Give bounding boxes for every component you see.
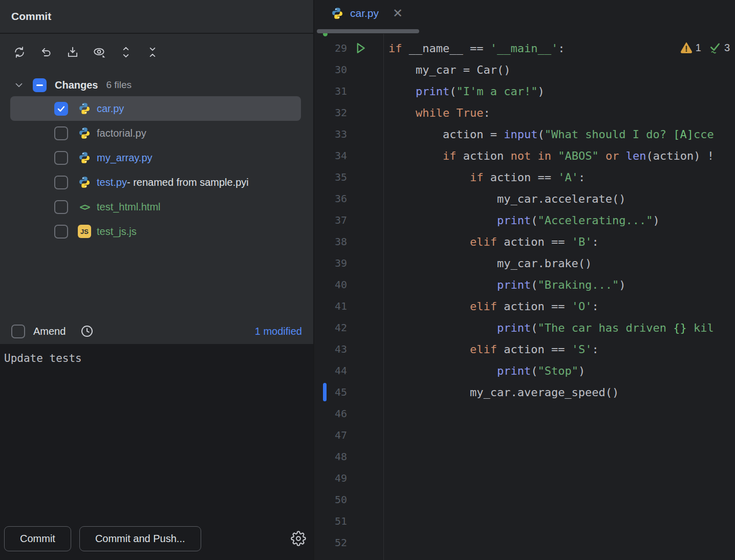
chevron-down-icon[interactable] bbox=[13, 79, 25, 91]
panel-title: Commit bbox=[11, 10, 51, 23]
amend-checkbox[interactable] bbox=[11, 325, 25, 338]
gutter[interactable]: 33 bbox=[314, 123, 386, 145]
code-line-47[interactable]: 47 bbox=[314, 424, 735, 446]
gutter[interactable]: 51 bbox=[314, 510, 386, 532]
file-name: car.py bbox=[97, 103, 124, 115]
code-line-46[interactable]: 46 bbox=[314, 403, 735, 424]
gutter[interactable]: 40 bbox=[314, 274, 386, 295]
file-row-car.py[interactable]: car.py bbox=[10, 96, 301, 121]
gutter[interactable]: 41 bbox=[314, 295, 386, 317]
gutter[interactable]: 44 bbox=[314, 360, 386, 381]
changes-group-row[interactable]: Changes 6 files bbox=[0, 74, 313, 96]
code-line-44[interactable]: 44 print("Stop") bbox=[314, 360, 735, 381]
passed-count: 3 bbox=[724, 42, 730, 54]
modified-files-link[interactable]: 1 modified bbox=[255, 326, 302, 337]
file-checkbox[interactable] bbox=[54, 200, 68, 214]
gutter[interactable]: 30 bbox=[314, 59, 386, 80]
code-line-51[interactable]: 51 bbox=[314, 510, 735, 532]
code-line-30[interactable]: 30 my_car = Car() bbox=[314, 59, 735, 80]
line-number: 48 bbox=[314, 446, 347, 467]
file-checkbox[interactable] bbox=[54, 225, 68, 239]
code-line-31[interactable]: 31 print("I'm a car!") bbox=[314, 80, 735, 102]
vcs-change-marker bbox=[323, 383, 327, 401]
changes-tree: Changes 6 files car.pyfactorial.pymy_arr… bbox=[0, 71, 313, 318]
file-row-test_js.js[interactable]: JStest_js.js bbox=[10, 219, 301, 244]
shelve-icon[interactable] bbox=[66, 45, 80, 59]
code-line-38[interactable]: 38 elif action == 'B': bbox=[314, 231, 735, 252]
history-clock-icon[interactable] bbox=[80, 324, 94, 338]
commit-message-input[interactable]: Update tests bbox=[0, 344, 313, 517]
checks-passed-icon bbox=[708, 40, 722, 55]
gutter[interactable]: 47 bbox=[314, 424, 386, 446]
close-icon[interactable]: ✕ bbox=[393, 7, 403, 19]
code-line-41[interactable]: 41 elif action == 'O': bbox=[314, 295, 735, 317]
gutter[interactable]: 31 bbox=[314, 80, 386, 102]
gutter[interactable]: 46 bbox=[314, 403, 386, 424]
gutter[interactable]: 49 bbox=[314, 467, 386, 489]
code-text: print("I'm a car!") bbox=[386, 85, 545, 98]
code-line-39[interactable]: 39 my_car.brake() bbox=[314, 252, 735, 274]
line-number: 49 bbox=[314, 467, 347, 489]
gutter[interactable]: 43 bbox=[314, 338, 386, 360]
file-row-test_html.html[interactable]: <>test_html.html bbox=[10, 195, 301, 219]
gutter[interactable]: 37 bbox=[314, 209, 386, 231]
gutter[interactable]: 36 bbox=[314, 188, 386, 209]
code-line-37[interactable]: 37 print("Accelerating...") bbox=[314, 209, 735, 231]
code-line-49[interactable]: 49 bbox=[314, 467, 735, 489]
file-checkbox[interactable] bbox=[54, 126, 68, 140]
file-row-test.py[interactable]: test.py - renamed from sample.pyi bbox=[10, 170, 301, 195]
code-line-40[interactable]: 40 print("Braking...") bbox=[314, 274, 735, 295]
gutter[interactable]: 38 bbox=[314, 231, 386, 252]
horizontal-scrollbar-thumb[interactable] bbox=[317, 29, 419, 33]
line-number: 45 bbox=[314, 381, 347, 403]
refresh-icon[interactable] bbox=[12, 45, 27, 59]
run-button[interactable] bbox=[353, 41, 368, 55]
line-number: 46 bbox=[314, 403, 347, 424]
line-number: 51 bbox=[314, 510, 347, 532]
file-checkbox[interactable] bbox=[54, 176, 68, 189]
file-checkbox[interactable] bbox=[54, 102, 68, 116]
line-number: 52 bbox=[314, 532, 347, 553]
code-line-29[interactable]: 29if __name__ == '__main__': bbox=[314, 37, 735, 59]
commit-panel-header: Commit bbox=[0, 0, 313, 34]
gutter[interactable]: 42 bbox=[314, 317, 386, 338]
amend-label: Amend bbox=[33, 326, 66, 337]
code-line-34[interactable]: 34 if action not in "ABOS" or len(action… bbox=[314, 145, 735, 166]
gutter[interactable]: 35 bbox=[314, 166, 386, 188]
gutter[interactable]: 48 bbox=[314, 446, 386, 467]
code-area[interactable]: 29if __name__ == '__main__':30 my_car = … bbox=[314, 37, 735, 560]
commit-button[interactable]: Commit bbox=[4, 526, 71, 551]
code-line-43[interactable]: 43 elif action == 'S': bbox=[314, 338, 735, 360]
file-row-factorial.py[interactable]: factorial.py bbox=[10, 121, 301, 145]
file-name: test_html.html bbox=[97, 201, 160, 213]
gutter[interactable]: 32 bbox=[314, 102, 386, 123]
expand-all-icon[interactable] bbox=[119, 45, 133, 59]
gutter[interactable]: 45 bbox=[314, 381, 386, 403]
code-line-36[interactable]: 36 my_car.accelerate() bbox=[314, 188, 735, 209]
code-line-42[interactable]: 42 print("The car has driven {} kil bbox=[314, 317, 735, 338]
file-row-my_array.py[interactable]: my_array.py bbox=[10, 145, 301, 170]
gutter[interactable]: 52 bbox=[314, 532, 386, 553]
changes-checkbox[interactable] bbox=[33, 78, 47, 92]
file-checkbox[interactable] bbox=[54, 151, 68, 165]
code-line-48[interactable]: 48 bbox=[314, 446, 735, 467]
code-line-35[interactable]: 35 if action == 'A': bbox=[314, 166, 735, 188]
code-line-32[interactable]: 32 while True: bbox=[314, 102, 735, 123]
code-line-50[interactable]: 50 bbox=[314, 489, 735, 510]
preview-diff-icon[interactable] bbox=[92, 45, 106, 59]
editor-tab-carpy[interactable]: car.py ✕ bbox=[330, 7, 403, 20]
gutter[interactable]: 29 bbox=[314, 37, 386, 59]
gutter[interactable]: 50 bbox=[314, 489, 386, 510]
gear-icon[interactable] bbox=[291, 531, 306, 546]
commit-and-push-button[interactable]: Commit and Push... bbox=[79, 526, 201, 551]
python-file-icon bbox=[77, 126, 92, 140]
python-file-icon bbox=[77, 151, 92, 164]
code-line-45[interactable]: 45 my_car.average_speed() bbox=[314, 381, 735, 403]
rollback-icon[interactable] bbox=[39, 45, 53, 59]
gutter[interactable]: 39 bbox=[314, 252, 386, 274]
code-line-52[interactable]: 52 bbox=[314, 532, 735, 553]
collapse-all-icon[interactable] bbox=[145, 45, 160, 59]
code-line-33[interactable]: 33 action = input("What should I do? [A]… bbox=[314, 123, 735, 145]
inspections-widget[interactable]: 1 3 bbox=[680, 40, 730, 55]
gutter[interactable]: 34 bbox=[314, 145, 386, 166]
